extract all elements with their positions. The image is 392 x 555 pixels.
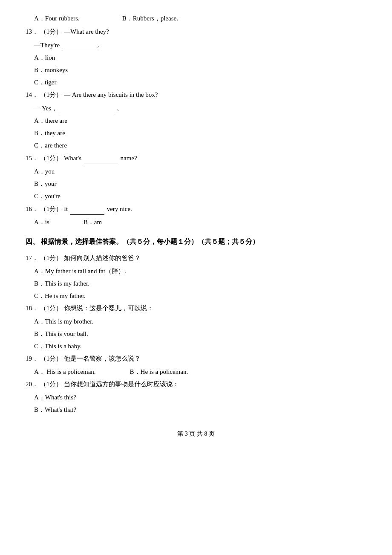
q14-optA: A．there are	[34, 115, 366, 127]
q19-options-row: A． His is a policeman. B．He is a policem…	[34, 366, 366, 378]
q14-optC: C．are there	[34, 140, 366, 151]
q15-optA: A．you	[34, 166, 366, 177]
top-options-row: A．Four rubbers. B．Rubbers，please.	[34, 13, 366, 24]
q13-score: （1分）	[40, 28, 63, 35]
q13-text: —What are they?	[64, 28, 109, 35]
q13-optB: B．monkeys	[34, 64, 366, 76]
q18-optA: A．This is my brother.	[34, 316, 366, 327]
question-20: 20． （1分） 当你想知道远方的事物是什么时应该说：	[26, 379, 366, 390]
page-footer-text: 第 3 页 共 8 页	[177, 431, 215, 437]
top-option-b: B．Rubbers，please.	[122, 13, 178, 24]
q15-number: 15．	[26, 155, 38, 162]
q14-blank	[60, 102, 115, 114]
q19-score: （1分）	[40, 355, 63, 362]
q18-optB: B．This is your ball.	[34, 328, 366, 340]
q18-optC: C．This is a baby.	[34, 341, 366, 352]
q15-blank	[84, 152, 118, 164]
question-13: 13． （1分） —What are they?	[26, 26, 366, 38]
q16-options-row: A．is B．am	[34, 217, 366, 228]
q15-optC: C．you're	[34, 191, 366, 202]
q17-text: 如何向别人描述你的爸爸？	[64, 254, 141, 261]
q17-optA: A．My father is tall and fat（胖）.	[34, 266, 366, 277]
q14-line2-text: — Yes，	[34, 105, 58, 112]
q16-blank	[70, 203, 104, 215]
question-14: 14． （1分） — Are there any biscuits in the…	[26, 89, 366, 101]
q13-optA: A．lion	[34, 52, 366, 64]
q20-optB: B．What's that?	[34, 404, 366, 416]
q17-number: 17．	[26, 254, 38, 261]
section4-header: 四、 根据情景，选择最佳答案。（共５分，每小题１分）（共５题；共５分）	[26, 236, 366, 248]
q16-score: （1分）	[40, 205, 63, 212]
q18-number: 18．	[26, 305, 38, 312]
q20-number: 20．	[26, 381, 38, 387]
q14-number: 14．	[26, 91, 38, 98]
q19-number: 19．	[26, 355, 38, 362]
question-17: 17． （1分） 如何向别人描述你的爸爸？	[26, 252, 366, 264]
q13-blank	[62, 39, 96, 51]
q15-text-after: name?	[121, 155, 137, 162]
q15-optB: B．your	[34, 178, 366, 190]
q17-optC: C．He is my father.	[34, 290, 366, 302]
q15-score: （1分）	[40, 155, 63, 162]
q19-text: 他是一名警察，该怎么说？	[64, 355, 141, 362]
q14-optB: B．they are	[34, 127, 366, 139]
q14-text: — Are there any biscuits in the box?	[64, 91, 158, 98]
q19-optB: B．He is a policeman.	[130, 366, 188, 378]
q18-score: （1分）	[40, 305, 63, 312]
q13-number: 13．	[26, 28, 38, 35]
q16-text-after: very nice.	[107, 205, 132, 212]
page-footer: 第 3 页 共 8 页	[26, 428, 366, 439]
q20-optA: A．What's this?	[34, 392, 366, 403]
q18-text: 你想说：这是个婴儿，可以说：	[64, 305, 153, 312]
q14-score: （1分）	[40, 91, 63, 98]
question-18: 18． （1分） 你想说：这是个婴儿，可以说：	[26, 303, 366, 314]
q14-line2: — Yes， 。	[34, 102, 366, 114]
q16-number: 16．	[26, 205, 38, 212]
top-option-a: A．Four rubbers.	[34, 13, 80, 24]
q16-text-before: It	[64, 205, 68, 212]
q17-optB: B．This is my father.	[34, 278, 366, 289]
q13-line2: —They're 。	[34, 39, 366, 51]
q16-optA: A．is	[34, 217, 49, 228]
q13-line2-text: —They're	[34, 42, 60, 49]
q20-text: 当你想知道远方的事物是什么时应该说：	[64, 381, 179, 387]
q19-optA: A． His is a policeman.	[34, 366, 96, 378]
q13-optC: C．tiger	[34, 77, 366, 88]
question-16: 16． （1分） It very nice.	[26, 203, 366, 215]
q17-score: （1分）	[40, 254, 63, 261]
q20-score: （1分）	[40, 381, 63, 387]
question-19: 19． （1分） 他是一名警察，该怎么说？	[26, 353, 366, 364]
q15-text-before: What's	[64, 155, 81, 162]
question-15: 15． （1分） What's name?	[26, 152, 366, 164]
q16-optB: B．am	[84, 217, 102, 228]
